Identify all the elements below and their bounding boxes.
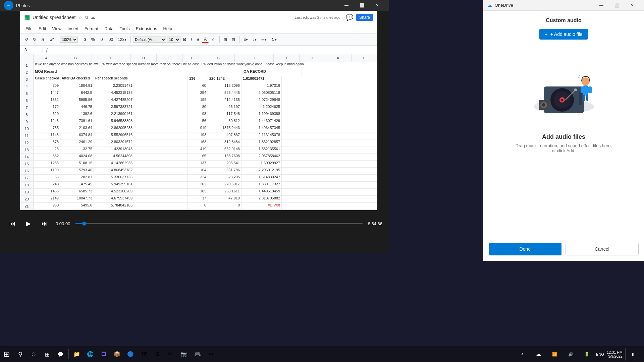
- wrap-tool[interactable]: ↩▾: [259, 37, 269, 43]
- cell-r8-c3[interactable]: [134, 111, 161, 118]
- skip-forward-button[interactable]: ⏭: [39, 219, 50, 229]
- network-icon[interactable]: 📶: [548, 348, 561, 361]
- align-tool[interactable]: ≡▾: [241, 37, 250, 43]
- cell-r5-c7[interactable]: 2.060805118: [241, 90, 282, 97]
- cell-r14-c0[interactable]: 882: [34, 154, 60, 160]
- menu-edit[interactable]: Edit: [36, 25, 49, 32]
- print-tool[interactable]: 🖨: [39, 37, 47, 43]
- cell-r14-c1[interactable]: 4024.08: [60, 154, 94, 160]
- row-num-11[interactable]: 11: [20, 132, 34, 139]
- percent-tool[interactable]: %: [89, 37, 97, 43]
- cell-r19-c1[interactable]: 6585.73: [60, 189, 94, 195]
- cell-r9-c0[interactable]: 1243: [34, 118, 60, 125]
- font-size-select[interactable]: 10: [167, 37, 180, 43]
- cell-r13-c3[interactable]: [134, 146, 161, 153]
- cell-r10-c2[interactable]: 2.862095238: [94, 125, 134, 132]
- back-button[interactable]: ←: [4, 1, 13, 10]
- cell-r10-c1[interactable]: 2103.64: [60, 125, 94, 132]
- cell-r15-c0[interactable]: 1233: [34, 161, 60, 167]
- cell-r10-c0[interactable]: 735: [34, 125, 60, 132]
- cell-r16-c7[interactable]: 2.206012195: [241, 168, 282, 174]
- fill-color-tool[interactable]: 🖊: [209, 37, 217, 43]
- cell-r8-c4[interactable]: [161, 111, 188, 118]
- cell-r18-c2[interactable]: 5.949395161: [94, 182, 134, 188]
- od-maximize-button[interactable]: ⬜: [609, 0, 625, 11]
- row-num-13[interactable]: 13: [20, 146, 34, 153]
- row-num-20[interactable]: 20: [20, 196, 34, 202]
- cell-r6-c4[interactable]: [161, 97, 188, 104]
- cell-r10-c6[interactable]: 1375.2443: [208, 125, 241, 132]
- col-header-f[interactable]: F: [183, 54, 202, 62]
- cell-r10-c5[interactable]: 919: [188, 125, 208, 132]
- edge-button[interactable]: 🌐: [84, 348, 97, 361]
- cell-r7-c3[interactable]: [134, 104, 161, 111]
- cell-r14-c2[interactable]: 4.56244898: [94, 154, 134, 160]
- decimal-tool[interactable]: .0: [97, 37, 105, 43]
- col-header-e[interactable]: E: [157, 54, 182, 62]
- photos-taskbar-button[interactable]: 🖼: [97, 348, 110, 361]
- cell-r20-c6[interactable]: 47.918: [208, 196, 241, 202]
- zoom-select[interactable]: 100%: [60, 37, 78, 43]
- cell-r13-c0[interactable]: 23: [34, 146, 60, 153]
- cell-r9-c6[interactable]: 80.812: [208, 118, 241, 125]
- cell-r17-c5[interactable]: 324: [188, 175, 208, 181]
- cell-r12-c1[interactable]: 2461.29: [60, 139, 94, 146]
- cell-r19-c7[interactable]: 1.449519459: [241, 189, 282, 195]
- decimal2-tool[interactable]: .00: [105, 37, 115, 43]
- cell-r20-c2[interactable]: 4.675537459: [94, 196, 134, 202]
- menu-help[interactable]: Help: [160, 25, 175, 32]
- cell-r11-c2[interactable]: 5.552996516: [94, 132, 134, 139]
- cell-r11-c6[interactable]: 407.837: [208, 132, 241, 139]
- od-close-button[interactable]: ✕: [625, 0, 640, 11]
- col-header-a[interactable]: A: [34, 54, 59, 62]
- cell-r11-c3[interactable]: [134, 132, 161, 139]
- cell-r4-c1[interactable]: 1804.81: [60, 83, 94, 90]
- cell-r13-c5[interactable]: 419: [188, 146, 208, 153]
- more-formats-tool[interactable]: 123▾: [116, 37, 128, 43]
- cell-r10-c3[interactable]: [134, 125, 161, 132]
- timeline[interactable]: [75, 223, 362, 224]
- cell-r17-c3[interactable]: [134, 175, 161, 181]
- cell-r19-c4[interactable]: [161, 189, 188, 195]
- dropbox-button[interactable]: 📦: [110, 348, 124, 361]
- rotate-tool[interactable]: ↻▾: [269, 37, 279, 43]
- cell-r11-c1[interactable]: 6374.84: [60, 132, 94, 139]
- cell-r16-c0[interactable]: 1190: [34, 168, 60, 174]
- snip-button[interactable]: ✂: [204, 348, 218, 361]
- cell-r7-c0[interactable]: 172: [34, 104, 60, 111]
- cell-r16-c2[interactable]: 4.868453782: [94, 168, 134, 174]
- row-num-5[interactable]: 5: [20, 90, 34, 97]
- row-num-21[interactable]: 21: [20, 203, 34, 209]
- cell-r10-c7[interactable]: 1.496457345: [241, 125, 282, 132]
- row-num-10[interactable]: 10: [20, 125, 34, 132]
- cell-r7-c5[interactable]: 80: [188, 104, 208, 111]
- col-header-g[interactable]: G: [202, 54, 235, 62]
- bold-tool[interactable]: B: [181, 37, 188, 43]
- cell-r7-c1[interactable]: 446.75: [60, 104, 94, 111]
- cell-r5-c5[interactable]: 254: [188, 90, 208, 97]
- menu-insert[interactable]: Insert: [65, 25, 81, 32]
- cell-r6-c0[interactable]: 1352: [34, 97, 60, 104]
- onedrive-tray[interactable]: ☁: [532, 348, 545, 361]
- teams-button[interactable]: 💬: [54, 348, 67, 361]
- cell-r9-c3[interactable]: [134, 118, 161, 125]
- cell-r5-c6[interactable]: 523.4445: [208, 90, 241, 97]
- cell-r5-c1[interactable]: 6442.5: [60, 90, 94, 97]
- cell-r21-c4[interactable]: [161, 203, 188, 209]
- cell-r12-c6[interactable]: 312.8484: [208, 139, 241, 146]
- cell-r6-c1[interactable]: 5985.96: [60, 97, 94, 104]
- cell-r11-c5[interactable]: 193: [188, 132, 208, 139]
- cell-r8-c0[interactable]: 629: [34, 111, 60, 118]
- cell-r18-c3[interactable]: [134, 182, 161, 188]
- cell-r21-c1[interactable]: 5495.6: [60, 203, 94, 209]
- cell-r15-c4[interactable]: [161, 161, 188, 167]
- cell-r9-c4[interactable]: [161, 118, 188, 125]
- cell-r13-c6[interactable]: 662.9148: [208, 146, 241, 153]
- cell-r6-c6[interactable]: 412.4135: [208, 97, 241, 104]
- undo-tool[interactable]: ↺: [23, 37, 30, 43]
- cell-r15-c3[interactable]: [134, 161, 161, 167]
- italic-tool[interactable]: I: [189, 37, 194, 43]
- cell-r20-c5[interactable]: 17: [188, 196, 208, 202]
- file-explorer-button[interactable]: 📁: [70, 348, 84, 361]
- lang-indicator[interactable]: ENG: [596, 352, 604, 356]
